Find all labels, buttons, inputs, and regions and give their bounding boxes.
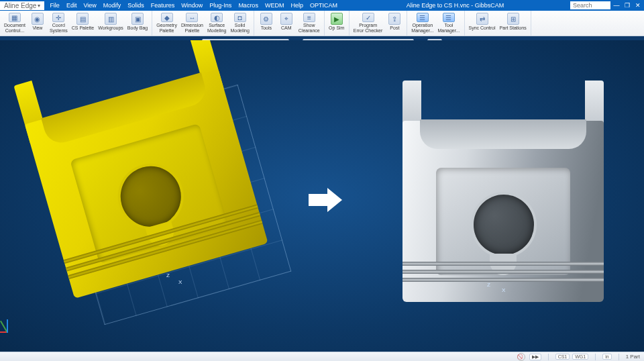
- ribbon-surface-modeling[interactable]: ◐Surface Modeling: [205, 12, 228, 34]
- axis-z-right: Z: [487, 282, 490, 288]
- menu-macros[interactable]: Macros: [235, 2, 261, 9]
- axis-x-left: X: [178, 279, 182, 285]
- ribbon-body-bag[interactable]: ▣Body Bag: [125, 12, 150, 34]
- menu-bar: File Edit View Modify Solids Features Wi…: [47, 2, 340, 9]
- ribbon-solid-modeling[interactable]: ◘Solid Modeling: [228, 12, 251, 34]
- menu-opticam[interactable]: OPTICAM: [307, 2, 340, 9]
- app-brand-dropdown[interactable]: Aline Edge ▾: [0, 1, 44, 10]
- title-bar: Aline Edge ▾ File Edit View Modify Solid…: [0, 0, 644, 11]
- menu-solids[interactable]: Solids: [125, 2, 147, 9]
- surface-icon: ◐: [211, 13, 223, 22]
- ribbon-show-clearance[interactable]: ≡Show Clearance: [297, 12, 322, 34]
- menu-help[interactable]: Help: [288, 2, 306, 9]
- ribbon-document-control[interactable]: ▦Document Control...: [2, 12, 28, 34]
- document-icon: ▦: [9, 13, 21, 22]
- menu-modify[interactable]: Modify: [101, 2, 124, 9]
- status-part-count: 1 Part: [626, 354, 640, 360]
- chevron-down-icon: ▾: [38, 3, 40, 9]
- model-result-silver: [402, 81, 604, 302]
- solid-icon: ◘: [234, 13, 246, 22]
- menu-wedm[interactable]: WEDM: [262, 2, 287, 9]
- menu-view[interactable]: View: [80, 2, 99, 9]
- ribbon-tools[interactable]: ⚙Tools: [256, 12, 276, 34]
- ribbon-geometry-palette[interactable]: ◆Geometry Palette: [154, 12, 179, 34]
- cam-icon: ⌖: [280, 13, 292, 25]
- geometry-icon: ◆: [161, 13, 173, 22]
- close-button[interactable]: ✕: [633, 2, 643, 9]
- ribbon-cs-palette[interactable]: ▤CS Palette: [70, 12, 96, 34]
- viewport-3d[interactable]: Z X Z X: [0, 40, 644, 352]
- opmanager-icon: ☰: [417, 13, 429, 22]
- ribbon-coord-systems[interactable]: ✛Coord Systems: [48, 12, 70, 34]
- transform-arrow-icon: [309, 188, 342, 212]
- status-play[interactable]: ▶▶: [529, 354, 541, 360]
- clearance-icon: ≡: [303, 13, 315, 22]
- axis-z-left: Z: [166, 272, 170, 278]
- palette-icon: ▤: [76, 13, 89, 25]
- titlebar-right: — ❐ ✕: [570, 1, 644, 9]
- sync-icon: ⇄: [476, 13, 488, 25]
- app-brand-label: Aline Edge: [4, 2, 36, 9]
- ribbon-error-checker[interactable]: ✓Program Error Checker: [352, 12, 385, 34]
- status-cs[interactable]: CS1: [555, 354, 570, 360]
- ribbon-op-sim[interactable]: ▶Op Sim: [327, 12, 347, 34]
- ribbon-view[interactable]: ◉View: [28, 12, 48, 34]
- ribbon-operation-manager[interactable]: ☰Operation Manager...: [409, 12, 435, 34]
- coord-icon: ✛: [52, 13, 64, 22]
- ribbon-tool-manager[interactable]: ☰Tool Manager...: [435, 12, 462, 34]
- ribbon-sync-control[interactable]: ⇄Sync Control: [467, 12, 498, 34]
- ribbon-cam[interactable]: ⌖CAM: [276, 12, 297, 34]
- axis-x-right: X: [502, 287, 505, 293]
- bodybag-icon: ▣: [131, 13, 144, 25]
- status-wg[interactable]: WG1: [572, 354, 588, 360]
- ribbon-post[interactable]: ⇪Post: [384, 12, 405, 34]
- ribbon-workgroups[interactable]: ▥Workgroups: [96, 12, 125, 34]
- window-title: Aline Edge to CS H.vnc - GibbsCAM: [340, 2, 570, 9]
- minimize-button[interactable]: —: [612, 2, 621, 9]
- toolmanager-icon: ☰: [443, 13, 455, 22]
- status-bar: ⃠ ▶▶ CS1 WG1 in 1 Part: [0, 352, 644, 361]
- dimension-icon: ↔: [186, 13, 198, 22]
- menu-file[interactable]: File: [47, 2, 62, 9]
- error-icon: ✓: [362, 13, 374, 22]
- menu-features[interactable]: Features: [148, 2, 178, 9]
- ribbon-dimension-palette[interactable]: ↔Dimension Palette: [179, 12, 205, 34]
- ribbon-part-stations[interactable]: ⊞Part Stations: [498, 12, 529, 34]
- stations-icon: ⊞: [507, 13, 519, 25]
- opsim-icon: ▶: [331, 13, 343, 25]
- menu-edit[interactable]: Edit: [64, 2, 80, 9]
- view-icon: ◉: [32, 13, 44, 25]
- status-stop-icon[interactable]: ⃠: [517, 353, 525, 361]
- axis-gizmo-icon: [7, 313, 27, 333]
- restore-button[interactable]: ❐: [623, 2, 632, 9]
- menu-window[interactable]: Window: [178, 2, 205, 9]
- search-input[interactable]: [570, 1, 610, 9]
- ribbon-toolbar: ▦Document Control... ◉View ✛Coord System…: [0, 11, 644, 36]
- tools-icon: ⚙: [260, 13, 272, 25]
- menu-plugins[interactable]: Plug-Ins: [207, 2, 234, 9]
- workgroups-icon: ▥: [105, 13, 117, 25]
- status-units[interactable]: in: [602, 354, 611, 360]
- post-icon: ⇪: [388, 13, 400, 25]
